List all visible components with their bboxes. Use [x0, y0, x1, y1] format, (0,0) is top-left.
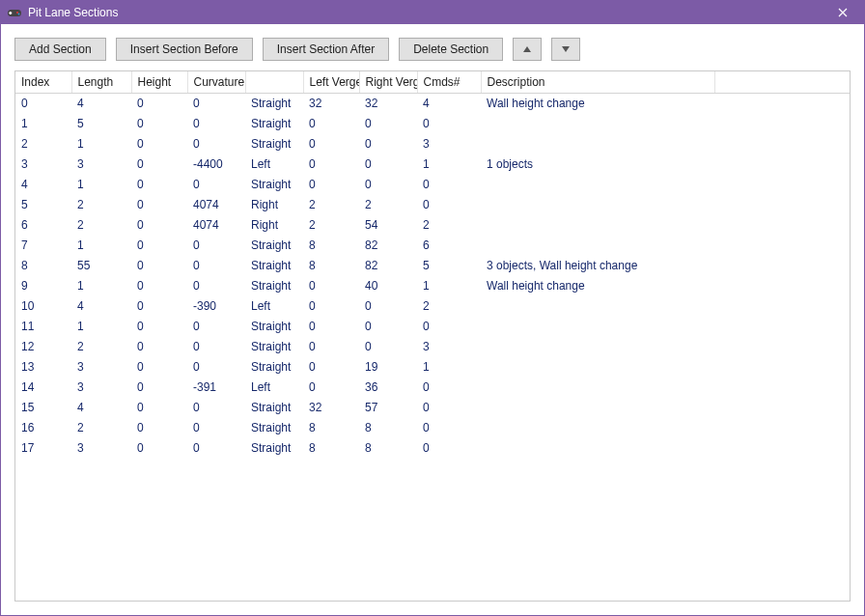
titlebar[interactable]: Pit Lane Sections: [1, 1, 864, 24]
cell-length[interactable]: 1: [71, 133, 131, 154]
cell-direction[interactable]: Right: [245, 194, 303, 214]
cell-description[interactable]: [481, 437, 714, 458]
cell-height[interactable]: 0: [131, 214, 187, 235]
cell-index[interactable]: 11: [15, 316, 71, 336]
cell-height[interactable]: 0: [131, 316, 187, 336]
cell-direction[interactable]: Straight: [245, 417, 303, 437]
col-description[interactable]: Description: [481, 71, 714, 93]
cell-right_verge[interactable]: 57: [359, 397, 417, 417]
cell-right_verge[interactable]: 0: [359, 113, 417, 133]
cell-length[interactable]: 55: [71, 255, 131, 275]
cell-cmds[interactable]: 2: [417, 214, 481, 235]
col-index[interactable]: Index: [15, 71, 71, 93]
cell-direction[interactable]: Straight: [245, 437, 303, 458]
cell-curvature[interactable]: 0: [187, 356, 245, 377]
cell-description[interactable]: [481, 174, 714, 194]
cell-cmds[interactable]: 1: [417, 356, 481, 377]
cell-index[interactable]: 13: [15, 356, 71, 377]
cell-description[interactable]: [481, 194, 714, 214]
cell-index[interactable]: 7: [15, 235, 71, 255]
cell-curvature[interactable]: 0: [187, 437, 245, 458]
cell-right_verge[interactable]: 0: [359, 316, 417, 336]
cell-curvature[interactable]: 0: [187, 133, 245, 154]
table-row[interactable]: 0400Straight32324Wall height change: [15, 93, 850, 113]
cell-index[interactable]: 0: [15, 93, 71, 113]
cell-index[interactable]: 8: [15, 255, 71, 275]
cell-index[interactable]: 4: [15, 174, 71, 194]
cell-curvature[interactable]: 0: [187, 93, 245, 113]
sections-grid[interactable]: Index Length Height Curvature Left Verge…: [14, 70, 851, 602]
move-down-button[interactable]: [551, 38, 580, 61]
cell-description[interactable]: Wall height change: [481, 93, 714, 113]
cell-description[interactable]: [481, 377, 714, 397]
cell-description[interactable]: 1 objects: [481, 154, 714, 174]
cell-height[interactable]: 0: [131, 133, 187, 154]
col-curvature[interactable]: Curvature: [187, 71, 245, 93]
col-left-verge[interactable]: Left Verge: [303, 71, 359, 93]
cell-left_verge[interactable]: 8: [303, 437, 359, 458]
cell-index[interactable]: 1: [15, 113, 71, 133]
cell-index[interactable]: 15: [15, 397, 71, 417]
cell-curvature[interactable]: -4400: [187, 154, 245, 174]
cell-left_verge[interactable]: 0: [303, 377, 359, 397]
insert-after-button[interactable]: Insert Section After: [263, 38, 389, 61]
cell-length[interactable]: 2: [71, 417, 131, 437]
table-row[interactable]: 1040-390Left002: [15, 295, 850, 316]
cell-length[interactable]: 3: [71, 154, 131, 174]
cell-right_verge[interactable]: 8: [359, 437, 417, 458]
cell-index[interactable]: 16: [15, 417, 71, 437]
cell-index[interactable]: 17: [15, 437, 71, 458]
cell-cmds[interactable]: 0: [417, 437, 481, 458]
cell-description[interactable]: [481, 295, 714, 316]
cell-cmds[interactable]: 5: [417, 255, 481, 275]
cell-right_verge[interactable]: 82: [359, 235, 417, 255]
cell-curvature[interactable]: -390: [187, 295, 245, 316]
cell-left_verge[interactable]: 8: [303, 417, 359, 437]
cell-cmds[interactable]: 1: [417, 275, 481, 295]
cell-direction[interactable]: Straight: [245, 356, 303, 377]
cell-length[interactable]: 3: [71, 437, 131, 458]
table-row[interactable]: 2100Straight003: [15, 133, 850, 154]
cell-description[interactable]: [481, 214, 714, 235]
cell-length[interactable]: 4: [71, 93, 131, 113]
cell-length[interactable]: 3: [71, 356, 131, 377]
cell-left_verge[interactable]: 0: [303, 316, 359, 336]
cell-height[interactable]: 0: [131, 275, 187, 295]
move-up-button[interactable]: [513, 38, 542, 61]
table-row[interactable]: 12200Straight003: [15, 336, 850, 356]
cell-left_verge[interactable]: 0: [303, 336, 359, 356]
cell-direction[interactable]: Left: [245, 295, 303, 316]
cell-right_verge[interactable]: 0: [359, 133, 417, 154]
cell-description[interactable]: 3 objects, Wall height change: [481, 255, 714, 275]
table-row[interactable]: 330-4400Left0011 objects: [15, 154, 850, 174]
cell-length[interactable]: 4: [71, 295, 131, 316]
close-button[interactable]: [821, 1, 864, 24]
cell-description[interactable]: [481, 356, 714, 377]
table-row[interactable]: 4100Straight000: [15, 174, 850, 194]
cell-cmds[interactable]: 3: [417, 336, 481, 356]
cell-direction[interactable]: Straight: [245, 255, 303, 275]
cell-cmds[interactable]: 0: [417, 174, 481, 194]
cell-left_verge[interactable]: 8: [303, 235, 359, 255]
table-row[interactable]: 6204074Right2542: [15, 214, 850, 235]
cell-length[interactable]: 1: [71, 316, 131, 336]
cell-right_verge[interactable]: 54: [359, 214, 417, 235]
cell-cmds[interactable]: 0: [417, 397, 481, 417]
cell-cmds[interactable]: 0: [417, 417, 481, 437]
cell-length[interactable]: 1: [71, 275, 131, 295]
col-cmds[interactable]: Cmds#: [417, 71, 481, 93]
table-row[interactable]: 16200Straight880: [15, 417, 850, 437]
cell-left_verge[interactable]: 0: [303, 295, 359, 316]
cell-length[interactable]: 5: [71, 113, 131, 133]
table-row[interactable]: 1500Straight000: [15, 113, 850, 133]
cell-height[interactable]: 0: [131, 194, 187, 214]
cell-length[interactable]: 1: [71, 174, 131, 194]
cell-index[interactable]: 5: [15, 194, 71, 214]
cell-height[interactable]: 0: [131, 93, 187, 113]
cell-height[interactable]: 0: [131, 255, 187, 275]
cell-direction[interactable]: Straight: [245, 93, 303, 113]
cell-index[interactable]: 3: [15, 154, 71, 174]
cell-index[interactable]: 14: [15, 377, 71, 397]
cell-left_verge[interactable]: 2: [303, 214, 359, 235]
cell-left_verge[interactable]: 8: [303, 255, 359, 275]
